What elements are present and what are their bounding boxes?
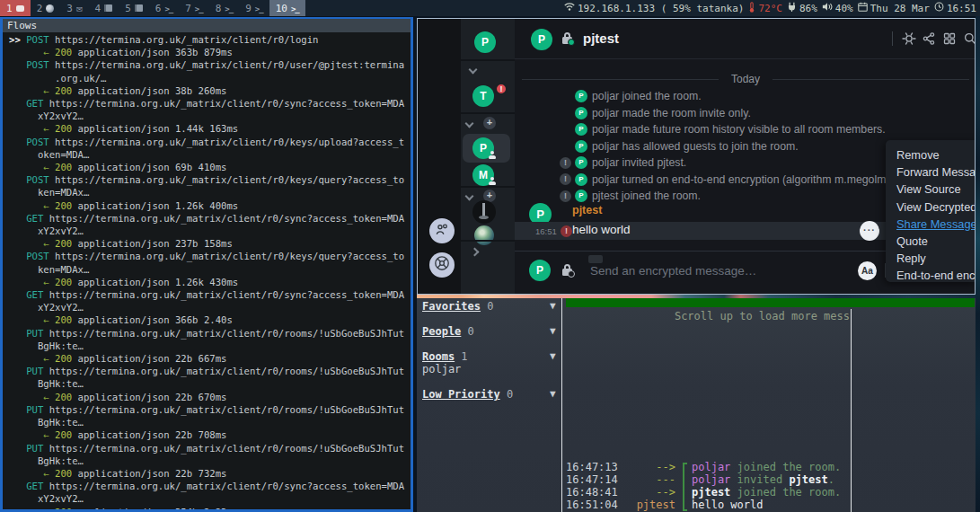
chevron-down-icon[interactable]: [465, 119, 474, 128]
menu-item-view-decrypted-s[interactable]: View Decrypted S: [886, 199, 976, 216]
workspace-button-6[interactable]: 6: [149, 0, 179, 16]
book-icon: [135, 4, 143, 12]
status-code: 200: [55, 123, 72, 134]
section-divider: [461, 112, 515, 114]
buffer-section-favorites[interactable]: Favorites 0: [422, 300, 493, 313]
response-arrow: ←: [43, 468, 55, 479]
wallpaper-strip: [976, 16, 980, 512]
response-arrow: ←: [43, 507, 55, 512]
chevron-down-icon[interactable]: [465, 192, 474, 201]
status-code: 200: [55, 47, 72, 57]
flow-row[interactable]: POST https://termina.org.uk/_matrix/clie…: [9, 136, 411, 148]
response-arrow: ←: [43, 200, 55, 211]
flow-row[interactable]: POST https://termina.org.uk/_matrix/clie…: [9, 58, 411, 71]
buffer-section-label: Low Priority: [422, 388, 500, 401]
chevron-right-icon[interactable]: [471, 248, 480, 257]
workspace-button-7[interactable]: 7: [179, 0, 208, 16]
chevron-down-icon[interactable]: [469, 66, 478, 75]
flow-row[interactable]: GET https://termina.org.uk/_matrix/clien…: [9, 97, 411, 110]
flow-row[interactable]: GET https://termina.org.uk/_matrix/clien…: [9, 212, 411, 225]
composer-hint-box: [588, 255, 603, 263]
buffer-section-low-priority[interactable]: Low Priority 0: [422, 388, 513, 401]
user-menu-avatar[interactable]: P: [474, 31, 496, 53]
timeline-event: Ppoljar joined the room.: [515, 89, 975, 104]
temperature-status: 72°C: [748, 2, 782, 15]
workspace-button-1[interactable]: 1: [0, 0, 31, 16]
workspace-button-9[interactable]: 9: [239, 0, 269, 16]
communities-sidebar: [418, 19, 461, 294]
plug-icon: [787, 2, 797, 14]
date-label: Thu 28 Mar: [870, 3, 930, 14]
flow-row[interactable]: PUT https://termina.org.uk/_matrix/clien…: [9, 365, 411, 377]
section-divider: [461, 240, 515, 242]
flow-row[interactable]: GET https://termina.org.uk/_matrix/clien…: [9, 288, 411, 301]
battery-label: 86%: [799, 3, 817, 14]
http-method: PUT: [26, 328, 43, 339]
flow-url-continuation: BgHk:te…: [9, 377, 411, 390]
desktop: 123✉45678910 192.168.1.133 ( 59% tatanka…: [0, 0, 980, 512]
http-method: POST: [26, 137, 49, 147]
workspace-number: 2: [37, 3, 43, 14]
chat-message: poljar joined the room.: [692, 461, 841, 473]
message-text: hello world: [572, 223, 631, 236]
menu-item-reply[interactable]: Reply: [886, 250, 976, 267]
apps-grid-icon[interactable]: [942, 31, 957, 46]
terminal-icon: [164, 3, 172, 14]
terminal-icon: [291, 3, 299, 14]
mitmproxy-terminal-window: Flows >> POST https://termina.org.uk/_ma…: [0, 17, 413, 512]
network-status: 192.168.1.133 ( 59% tatanka): [564, 2, 744, 14]
buffer-section-rooms[interactable]: Rooms 1: [422, 350, 468, 363]
flow-row[interactable]: PUT https://termina.org.uk/_matrix/clien…: [9, 442, 411, 455]
add-room-button[interactable]: +: [483, 117, 496, 129]
room-header-avatar[interactable]: P: [531, 29, 552, 50]
workspace-button-3[interactable]: 3✉: [60, 0, 88, 16]
menu-item-view-source[interactable]: View Source: [886, 181, 976, 198]
event-avatar: P: [575, 90, 587, 102]
menu-item-share-message[interactable]: Share Message: [886, 216, 976, 233]
menu-item-quote[interactable]: Quote: [886, 233, 976, 250]
flow-row[interactable]: >> POST https://termina.org.uk/_matrix/c…: [9, 33, 411, 46]
flow-row[interactable]: GET https://termina.org.uk/_matrix/clien…: [9, 480, 411, 492]
workspace-button-2[interactable]: 2: [31, 0, 61, 16]
share-icon[interactable]: [922, 31, 936, 46]
event-text: poljar made future room history visible …: [592, 123, 886, 136]
people-icon: [435, 222, 450, 241]
room-avatar-image[interactable]: [474, 225, 494, 245]
workspace-button-10[interactable]: 10: [269, 0, 305, 16]
community-people-button[interactable]: [429, 218, 455, 243]
flow-cursor: [9, 481, 26, 491]
message-options-button[interactable]: ···: [860, 221, 879, 241]
workspace-button-5[interactable]: 5: [119, 0, 149, 16]
message-input[interactable]: Send an encrypted message…: [590, 264, 842, 278]
flow-row[interactable]: POST https://termina.org.uk/_matrix/clie…: [9, 250, 411, 262]
clock-icon: [934, 2, 944, 14]
flow-row[interactable]: PUT https://termina.org.uk/_matrix/clien…: [9, 327, 411, 340]
encrypted-lock-shield-icon: [561, 31, 576, 47]
flow-row[interactable]: POST https://termina.org.uk/_matrix/clie…: [9, 173, 411, 186]
composer-lock-icon: [561, 263, 576, 278]
flow-cursor: [9, 443, 26, 454]
buffer-section-people[interactable]: People 0: [422, 325, 474, 338]
workspace-number: 5: [125, 3, 131, 14]
status-area: 192.168.1.133 ( 59% tatanka) 72°C 86% 40…: [564, 2, 980, 15]
flow-row[interactable]: PUT https://termina.org.uk/_matrix/clien…: [9, 403, 411, 416]
buffer-section-label: Favorites: [422, 300, 481, 313]
workspace-button-8[interactable]: 8: [209, 0, 239, 16]
terminal-icon: [195, 3, 203, 14]
menu-item-end-to-end-encry[interactable]: End-to-end encry: [886, 267, 976, 282]
explore-rooms-button[interactable]: [429, 252, 455, 278]
buffer-room-item[interactable]: poljar: [422, 363, 461, 375]
response-arrow: ←: [43, 47, 55, 57]
workspace-button-4[interactable]: 4: [89, 0, 119, 16]
menu-item-remove[interactable]: Remove: [886, 146, 976, 163]
date-divider: Today: [522, 73, 969, 85]
response-arrow: ←: [43, 353, 55, 364]
format-text-button[interactable]: Aa: [858, 261, 877, 280]
room-avatar-T[interactable]: T: [472, 85, 494, 107]
menu-item-forward-message[interactable]: Forward Message: [886, 163, 976, 181]
settings-gear-icon[interactable]: [902, 31, 916, 46]
mail-icon: ✉: [76, 4, 83, 13]
search-icon[interactable]: [963, 31, 976, 46]
room-header: P pjtest: [515, 19, 975, 59]
room-avatar-image[interactable]: [472, 200, 496, 224]
